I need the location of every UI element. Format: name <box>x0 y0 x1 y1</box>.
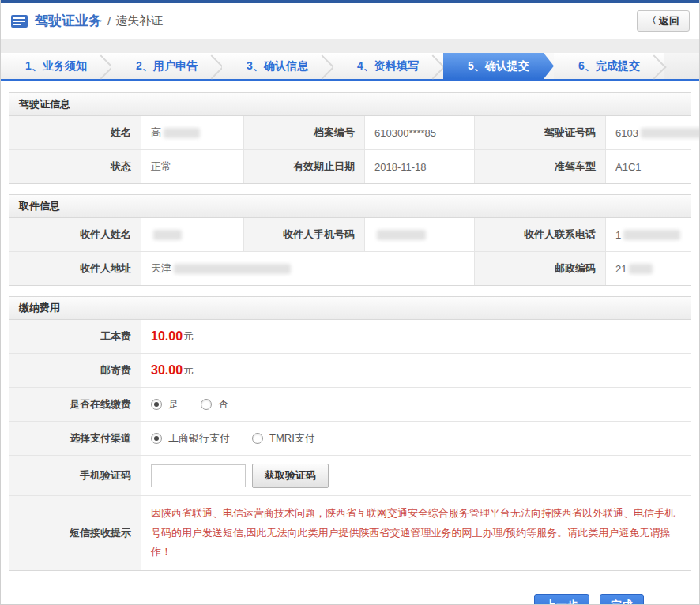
table-row-sms-notice: 短信接收提示 因陕西省联通、电信运营商技术问题，陕西省互联网交通安全综合服务管理… <box>9 495 691 570</box>
license-info-table: 姓名 高 档案编号 610300****85 驾驶证号码 6103 状态 正常 … <box>9 116 691 184</box>
step-5-confirm-submit-active: 5、确认提交 <box>443 53 554 79</box>
previous-step-button[interactable]: 上一步 <box>534 594 589 605</box>
table-row-payment-channel: 选择支付渠道 工商银行支付 TMRI支付 <box>9 421 691 455</box>
page-header: 驾驶证业务 / 遗失补证 〈 返回 <box>1 3 699 39</box>
radio-channel-tmri[interactable]: TMRI支付 <box>252 431 315 445</box>
step-label: 1、业务须知 <box>25 59 87 73</box>
field-value-status: 正常 <box>141 150 243 183</box>
radio-dot-icon <box>252 433 263 444</box>
radio-dot-icon <box>201 399 212 410</box>
fee-amount: 30.00 <box>151 363 183 378</box>
field-label: 短信接收提示 <box>9 496 141 570</box>
table-row: 状态 正常 有效期止日期 2018-11-18 准驾车型 A1C1 <box>9 149 691 183</box>
radio-dot-icon <box>151 433 162 444</box>
field-value-license-no: 6103 <box>606 116 700 149</box>
field-value-recipient-address: 天津 <box>141 252 474 285</box>
fee-amount: 10.00 <box>151 329 183 344</box>
redacted-blur <box>377 230 426 240</box>
finish-button[interactable]: 完成 <box>600 594 644 605</box>
main-content: 驾驶证信息 姓名 高 档案编号 610300****85 驾驶证号码 6103 … <box>1 81 699 605</box>
redacted-blur <box>174 264 291 274</box>
redacted-blur <box>623 230 680 240</box>
production-fee-value: 10.00元 <box>141 320 691 353</box>
footer-actions: 上一步 完成 <box>9 581 691 605</box>
field-label: 档案编号 <box>243 116 365 149</box>
radio-dot-icon <box>151 399 162 410</box>
field-label: 收件人联系电话 <box>474 218 606 251</box>
step-1-business-notice: 1、业务须知 <box>1 53 111 79</box>
field-label: 收件人姓名 <box>9 218 141 251</box>
sms-code-input[interactable] <box>151 464 246 487</box>
step-3-confirm-info: 3、确认信息 <box>222 53 333 79</box>
sms-notice-cell: 因陕西省联通、电信运营商技术问题，陕西省互联网交通安全综合服务管理平台无法向持陕… <box>141 496 691 570</box>
radio-channel-icbc[interactable]: 工商银行支付 <box>151 431 230 445</box>
pickup-section-title: 取件信息 <box>9 194 691 218</box>
online-payment-options: 是 否 <box>141 388 691 421</box>
step-2-user-declaration: 2、用户申告 <box>111 53 222 79</box>
chevron-left-icon: 〈 <box>647 14 657 28</box>
step-label: 3、确认信息 <box>247 59 308 73</box>
field-label: 状态 <box>9 150 141 183</box>
table-row: 姓名 高 档案编号 610300****85 驾驶证号码 6103 <box>9 116 691 149</box>
license-info-section: 驾驶证信息 姓名 高 档案编号 610300****85 驾驶证号码 6103 … <box>9 92 691 184</box>
field-label: 驾驶证号码 <box>474 116 606 149</box>
field-value-recipient-name <box>141 218 243 251</box>
sms-code-cell: 获取验证码 <box>141 456 691 495</box>
radio-online-no[interactable]: 否 <box>201 397 228 411</box>
radio-label: 否 <box>218 397 228 411</box>
field-label: 有效期止日期 <box>243 150 365 183</box>
table-row: 收件人姓名 收件人手机号码 收件人联系电话 1 <box>9 218 691 251</box>
step-label: 6、完成提交 <box>578 59 640 73</box>
radio-label: 工商银行支付 <box>168 431 230 445</box>
field-label: 是否在线缴费 <box>9 388 141 421</box>
radio-label: TMRI支付 <box>269 431 315 445</box>
radio-label: 是 <box>168 397 179 411</box>
step-4-fill-data: 4、资料填写 <box>333 53 443 79</box>
license-section-title: 驾驶证信息 <box>9 92 691 116</box>
field-value-vehicle-class: A1C1 <box>606 150 691 183</box>
redacted-blur <box>641 128 700 138</box>
payment-section: 缴纳费用 工本费 10.00元 邮寄费 30.00元 是否在线缴费 <box>9 296 691 571</box>
field-label: 收件人手机号码 <box>243 218 365 251</box>
field-value-expiry: 2018-11-18 <box>365 150 474 183</box>
step-label: 2、用户申告 <box>136 59 198 73</box>
field-value-file-no: 610300****85 <box>365 116 474 149</box>
back-button[interactable]: 〈 返回 <box>637 10 690 32</box>
radio-online-yes[interactable]: 是 <box>151 397 179 411</box>
fee-unit: 元 <box>183 363 194 378</box>
get-sms-code-button[interactable]: 获取验证码 <box>252 464 329 488</box>
mailing-fee-value: 30.00元 <box>141 354 691 387</box>
table-row-mailing-fee: 邮寄费 30.00元 <box>9 353 691 387</box>
field-value-recipient-mobile <box>365 218 474 251</box>
field-label: 工本费 <box>9 320 141 353</box>
field-label: 选择支付渠道 <box>9 422 141 455</box>
form-list-icon <box>10 14 28 28</box>
steps-filler <box>664 53 699 79</box>
back-button-label: 返回 <box>659 14 679 28</box>
table-row-sms-code: 手机验证码 获取验证码 <box>9 455 691 495</box>
page: 驾驶证业务 / 遗失补证 〈 返回 1、业务须知 2、用户申告 3、确认信息 4… <box>0 0 700 605</box>
field-label: 收件人地址 <box>9 252 141 285</box>
breadcrumb: 驾驶证业务 / 遗失补证 <box>10 12 163 30</box>
field-label: 邮寄费 <box>9 354 141 387</box>
redacted-blur <box>164 128 200 138</box>
field-label: 姓名 <box>9 116 141 149</box>
page-subtitle: 遗失补证 <box>115 13 163 28</box>
field-label: 准驾车型 <box>474 150 606 183</box>
redacted-blur <box>153 230 182 240</box>
page-title: 驾驶证业务 <box>35 12 102 30</box>
pickup-info-section: 取件信息 收件人姓名 收件人手机号码 收件人联系电话 1 收件人地址 天津 邮政… <box>9 194 691 286</box>
field-value-recipient-phone: 1 <box>606 218 691 251</box>
payment-channel-options: 工商银行支付 TMRI支付 <box>141 422 691 455</box>
breadcrumb-separator: / <box>107 14 111 28</box>
wizard-steps: 1、业务须知 2、用户申告 3、确认信息 4、资料填写 5、确认提交 6、完成提… <box>1 53 699 81</box>
field-label: 手机验证码 <box>9 456 141 495</box>
pickup-info-table: 收件人姓名 收件人手机号码 收件人联系电话 1 收件人地址 天津 邮政编码 21 <box>9 218 691 286</box>
payment-table: 工本费 10.00元 邮寄费 30.00元 是否在线缴费 是 否 <box>9 320 691 571</box>
header-divider-band <box>1 39 699 53</box>
field-value-name: 高 <box>141 116 243 149</box>
step-label: 5、确认提交 <box>468 59 529 73</box>
field-label: 邮政编码 <box>474 252 606 285</box>
step-6-complete-submit: 6、完成提交 <box>554 53 664 79</box>
table-row: 收件人地址 天津 邮政编码 21 <box>9 251 691 285</box>
